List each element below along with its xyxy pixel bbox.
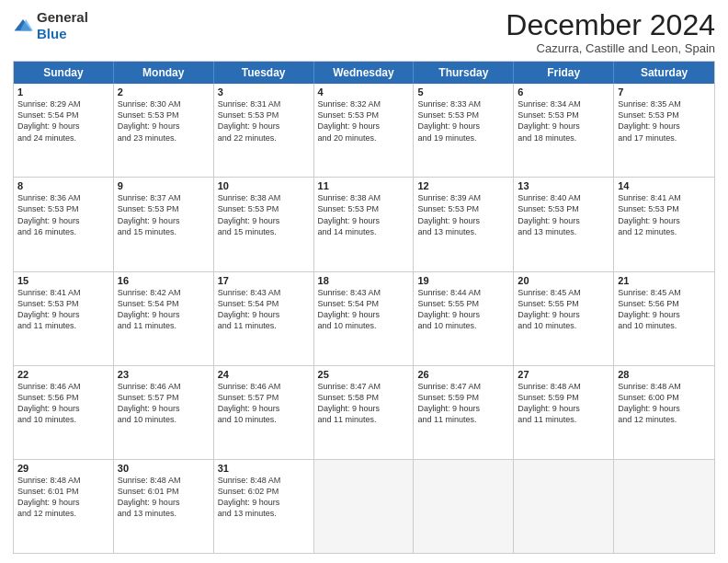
cell-info-line: Sunrise: 8:40 AM bbox=[518, 192, 609, 203]
cell-info-line: Sunset: 5:55 PM bbox=[417, 298, 509, 309]
day-number: 22 bbox=[17, 369, 109, 380]
day-number: 8 bbox=[17, 180, 109, 191]
cell-info-line: Sunset: 5:53 PM bbox=[417, 109, 509, 121]
cell-info-line: and 12 minutes. bbox=[17, 508, 109, 519]
cell-info-line: Sunrise: 8:44 AM bbox=[417, 287, 509, 298]
cell-info-line: Daylight: 9 hours bbox=[118, 497, 210, 508]
cell-info-line: Sunset: 5:53 PM bbox=[218, 203, 310, 214]
day-number: 30 bbox=[118, 463, 210, 474]
cell-info-line: Sunset: 5:56 PM bbox=[17, 392, 109, 403]
cell-info-line: Sunrise: 8:31 AM bbox=[218, 98, 310, 109]
day-cell-15: 15Sunrise: 8:41 AMSunset: 5:53 PMDayligh… bbox=[14, 272, 114, 365]
cell-info-line: Sunrise: 8:46 AM bbox=[118, 381, 210, 392]
cell-info-line: and 23 minutes. bbox=[118, 132, 210, 144]
cell-info-line: Daylight: 9 hours bbox=[118, 403, 210, 414]
cell-info-line: Daylight: 9 hours bbox=[618, 309, 711, 320]
cell-info-line: Daylight: 9 hours bbox=[618, 403, 711, 414]
cell-info-line: Sunrise: 8:45 AM bbox=[518, 287, 609, 298]
cell-info-line: Daylight: 9 hours bbox=[118, 215, 210, 226]
cell-info-line: and 13 minutes. bbox=[417, 226, 509, 237]
day-number: 24 bbox=[218, 369, 310, 380]
day-cell-16: 16Sunrise: 8:42 AMSunset: 5:54 PMDayligh… bbox=[114, 272, 214, 365]
cell-info-line: Daylight: 9 hours bbox=[318, 215, 410, 226]
cell-info-line: Daylight: 9 hours bbox=[618, 215, 711, 226]
cell-info-line: Sunset: 5:54 PM bbox=[17, 109, 109, 121]
day-number: 12 bbox=[417, 180, 509, 191]
cell-info-line: and 20 minutes. bbox=[318, 132, 410, 144]
cell-info-line: Sunset: 5:53 PM bbox=[118, 109, 210, 121]
day-number: 29 bbox=[17, 463, 109, 474]
cell-info-line: Sunset: 5:59 PM bbox=[417, 392, 509, 403]
cell-info-line: and 15 minutes. bbox=[118, 226, 210, 237]
header: General Blue December 2024 Cazurra, Cast… bbox=[13, 9, 715, 55]
cell-info-line: and 16 minutes. bbox=[17, 226, 109, 237]
calendar-week-4: 22Sunrise: 8:46 AMSunset: 5:56 PMDayligh… bbox=[14, 366, 714, 460]
cell-info-line: Sunset: 5:53 PM bbox=[17, 203, 109, 214]
day-number: 10 bbox=[218, 180, 310, 191]
day-cell-6: 6Sunrise: 8:34 AMSunset: 5:53 PMDaylight… bbox=[514, 84, 614, 177]
day-cell-2: 2Sunrise: 8:30 AMSunset: 5:53 PMDaylight… bbox=[114, 84, 214, 177]
day-cell-17: 17Sunrise: 8:43 AMSunset: 5:54 PMDayligh… bbox=[214, 272, 314, 365]
day-header-friday: Friday bbox=[514, 62, 614, 84]
day-number: 21 bbox=[618, 275, 711, 286]
day-cell-21: 21Sunrise: 8:45 AMSunset: 5:56 PMDayligh… bbox=[614, 272, 714, 365]
cell-info-line: Sunset: 6:01 PM bbox=[118, 486, 210, 497]
cell-info-line: and 11 minutes. bbox=[318, 414, 410, 425]
cell-info-line: and 11 minutes. bbox=[17, 320, 109, 331]
empty-cell bbox=[314, 460, 415, 553]
cell-info-line: Sunset: 5:54 PM bbox=[118, 298, 210, 309]
cell-info-line: Sunset: 5:53 PM bbox=[618, 109, 711, 121]
day-cell-14: 14Sunrise: 8:41 AMSunset: 5:53 PMDayligh… bbox=[614, 178, 714, 270]
day-number: 28 bbox=[618, 369, 711, 380]
day-number: 14 bbox=[618, 180, 711, 191]
day-cell-26: 26Sunrise: 8:47 AMSunset: 5:59 PMDayligh… bbox=[414, 366, 514, 459]
day-header-saturday: Saturday bbox=[614, 62, 714, 84]
cell-info-line: Daylight: 9 hours bbox=[417, 309, 509, 320]
cell-info-line: Daylight: 9 hours bbox=[17, 497, 109, 508]
cell-info-line: and 10 minutes. bbox=[118, 414, 210, 425]
page: General Blue December 2024 Cazurra, Cast… bbox=[0, 0, 728, 563]
day-number: 5 bbox=[417, 86, 509, 98]
cell-info-line: and 11 minutes. bbox=[417, 414, 509, 425]
cell-info-line: Sunrise: 8:46 AM bbox=[218, 381, 310, 392]
cell-info-line: and 18 minutes. bbox=[518, 132, 609, 144]
day-cell-22: 22Sunrise: 8:46 AMSunset: 5:56 PMDayligh… bbox=[14, 366, 114, 459]
cell-info-line: Sunset: 5:53 PM bbox=[118, 203, 210, 214]
calendar: SundayMondayTuesdayWednesdayThursdayFrid… bbox=[13, 61, 715, 554]
day-number: 27 bbox=[518, 369, 609, 380]
day-number: 19 bbox=[417, 275, 509, 286]
cell-info-line: Sunrise: 8:39 AM bbox=[417, 192, 509, 203]
cell-info-line: Sunset: 5:53 PM bbox=[518, 203, 609, 214]
cell-info-line: Daylight: 9 hours bbox=[118, 309, 210, 320]
cell-info-line: Sunrise: 8:33 AM bbox=[417, 98, 509, 109]
cell-info-line: and 11 minutes. bbox=[218, 320, 310, 331]
cell-info-line: Sunrise: 8:36 AM bbox=[17, 192, 109, 203]
day-number: 2 bbox=[118, 86, 210, 98]
cell-info-line: Sunset: 5:59 PM bbox=[518, 392, 609, 403]
cell-info-line: and 22 minutes. bbox=[218, 132, 310, 144]
day-cell-7: 7Sunrise: 8:35 AMSunset: 5:53 PMDaylight… bbox=[614, 84, 714, 177]
cell-info-line: Sunrise: 8:48 AM bbox=[17, 475, 109, 486]
cell-info-line: Sunset: 5:54 PM bbox=[318, 298, 410, 309]
cell-info-line: Sunrise: 8:32 AM bbox=[318, 98, 410, 109]
day-cell-13: 13Sunrise: 8:40 AMSunset: 5:53 PMDayligh… bbox=[514, 178, 614, 270]
cell-info-line: Daylight: 9 hours bbox=[218, 121, 310, 132]
day-cell-28: 28Sunrise: 8:48 AMSunset: 6:00 PMDayligh… bbox=[614, 366, 714, 459]
day-cell-24: 24Sunrise: 8:46 AMSunset: 5:57 PMDayligh… bbox=[214, 366, 314, 459]
cell-info-line: and 11 minutes. bbox=[118, 320, 210, 331]
cell-info-line: Sunset: 6:02 PM bbox=[218, 486, 310, 497]
cell-info-line: and 13 minutes. bbox=[518, 226, 609, 237]
cell-info-line: Daylight: 9 hours bbox=[218, 309, 310, 320]
day-cell-3: 3Sunrise: 8:31 AMSunset: 5:53 PMDaylight… bbox=[214, 84, 314, 177]
cell-info-line: Sunrise: 8:47 AM bbox=[318, 381, 410, 392]
cell-info-line: Daylight: 9 hours bbox=[417, 403, 509, 414]
day-number: 3 bbox=[218, 86, 310, 98]
day-number: 1 bbox=[17, 86, 109, 98]
cell-info-line: Sunrise: 8:41 AM bbox=[17, 287, 109, 298]
cell-info-line: Daylight: 9 hours bbox=[618, 121, 711, 132]
cell-info-line: Daylight: 9 hours bbox=[518, 215, 609, 226]
cell-info-line: and 10 minutes. bbox=[17, 414, 109, 425]
cell-info-line: Sunset: 5:56 PM bbox=[618, 298, 711, 309]
day-number: 16 bbox=[118, 275, 210, 286]
month-title: December 2024 bbox=[506, 9, 715, 41]
